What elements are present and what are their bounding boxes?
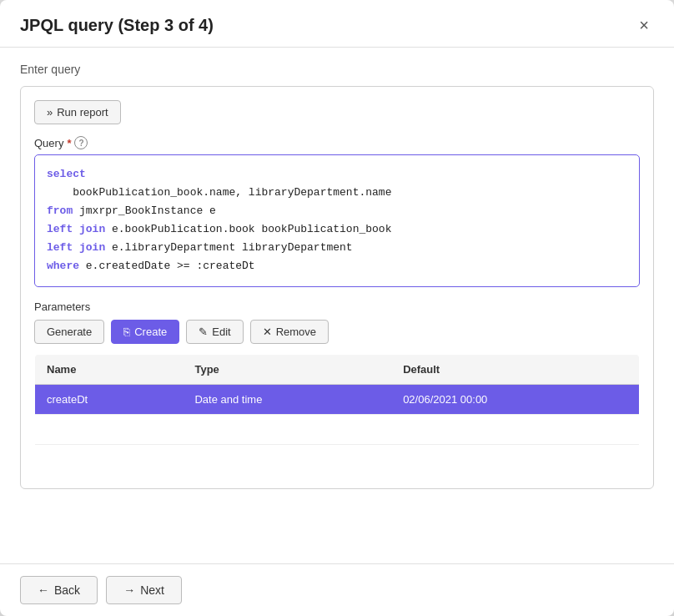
- kw-leftjoin2: left join: [47, 241, 105, 254]
- query-from-val: jmxrpr_BookInstance e: [73, 204, 216, 217]
- inner-card: Run report Query * ? select bookPublicat…: [20, 86, 654, 489]
- dialog-footer: Back Next: [0, 563, 674, 616]
- dialog: JPQL query (Step 3 of 4) × Enter query R…: [0, 0, 674, 616]
- edit-button[interactable]: Edit: [186, 320, 243, 344]
- table-row[interactable]: createDt Date and time 02/06/2021 00:00: [35, 384, 640, 414]
- edit-icon: [199, 326, 208, 338]
- query-label-container: Query * ?: [34, 136, 640, 149]
- generate-label: Generate: [47, 326, 92, 338]
- back-label: Back: [54, 583, 80, 597]
- cell-name: createDt: [35, 384, 184, 414]
- dialog-header: JPQL query (Step 3 of 4) ×: [0, 0, 674, 48]
- kw-leftjoin1: left join: [47, 223, 105, 235]
- next-button[interactable]: Next: [106, 576, 182, 604]
- dialog-body: Enter query Run report Query * ? select …: [0, 48, 674, 563]
- col-default: Default: [391, 354, 639, 384]
- query-label-text: Query: [34, 137, 63, 149]
- col-name: Name: [35, 354, 184, 384]
- back-button[interactable]: Back: [20, 576, 98, 604]
- remove-icon: [263, 326, 272, 338]
- next-arrow-icon: [123, 583, 135, 597]
- query-lj2-val: e.libraryDepartment libraryDepartment: [105, 241, 352, 254]
- query-where-val: e.createdDate >= :createDt: [79, 260, 255, 272]
- dialog-title: JPQL query (Step 3 of 4): [20, 16, 214, 35]
- col-type: Type: [183, 354, 391, 384]
- kw-select: select: [47, 168, 86, 180]
- kw-from: from: [47, 204, 73, 217]
- close-button[interactable]: ×: [634, 15, 654, 35]
- parameters-buttons: Generate Create Edit Remove: [34, 320, 640, 344]
- cell-default: 02/06/2021 00:00: [391, 384, 639, 414]
- parameters-label: Parameters: [34, 300, 640, 313]
- next-label: Next: [140, 583, 164, 597]
- back-arrow-icon: [38, 583, 49, 597]
- generate-button[interactable]: Generate: [34, 320, 104, 344]
- table-header-row: Name Type Default: [35, 354, 640, 384]
- edit-label: Edit: [212, 326, 230, 338]
- cell-type: Date and time: [183, 384, 391, 414]
- query-editor[interactable]: select bookPublication_book.name, librar…: [34, 154, 640, 287]
- query-line-fields: bookPublication_book.name, libraryDepart…: [47, 186, 391, 199]
- create-button[interactable]: Create: [111, 320, 179, 344]
- chevron-right-icon: [47, 106, 53, 119]
- table-row-empty: [35, 414, 640, 444]
- kw-where: where: [47, 260, 79, 272]
- remove-button[interactable]: Remove: [250, 320, 329, 344]
- table-row-empty2: [35, 444, 640, 474]
- run-report-label: Run report: [57, 106, 108, 119]
- section-label: Enter query: [20, 63, 654, 76]
- remove-label: Remove: [276, 326, 316, 338]
- create-icon: [123, 326, 130, 338]
- query-lj1-val: e.bookPublication.book bookPublication_b…: [105, 223, 391, 235]
- help-icon: ?: [74, 136, 88, 149]
- parameters-table: Name Type Default createDt Date and time…: [34, 354, 640, 475]
- required-star: *: [67, 137, 71, 149]
- create-label: Create: [134, 326, 167, 338]
- run-report-button[interactable]: Run report: [34, 100, 121, 124]
